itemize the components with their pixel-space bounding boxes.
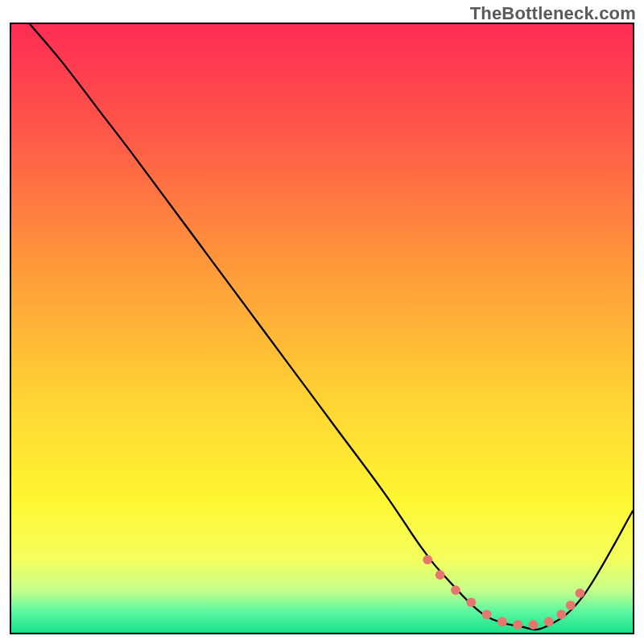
watermark-text: TheBottleneck.com	[470, 3, 636, 24]
bottleneck-curve-path	[30, 24, 633, 630]
curve-layer	[11, 24, 633, 633]
highlight-dot	[513, 620, 522, 630]
highlight-dot	[497, 617, 507, 627]
highlight-dot	[575, 588, 584, 598]
highlight-dot	[423, 555, 432, 564]
highlight-dot	[466, 597, 476, 607]
highlight-dot	[556, 609, 566, 619]
highlight-dot	[544, 617, 554, 627]
highlight-dot	[451, 585, 460, 595]
highlight-dot	[436, 570, 445, 580]
highlight-dot	[482, 609, 492, 619]
highlight-dot	[529, 620, 539, 630]
plot-area	[10, 23, 634, 634]
chart-wrapper: TheBottleneck.com	[0, 0, 644, 644]
highlight-dot	[566, 601, 576, 610]
highlight-dots-group	[423, 555, 584, 630]
